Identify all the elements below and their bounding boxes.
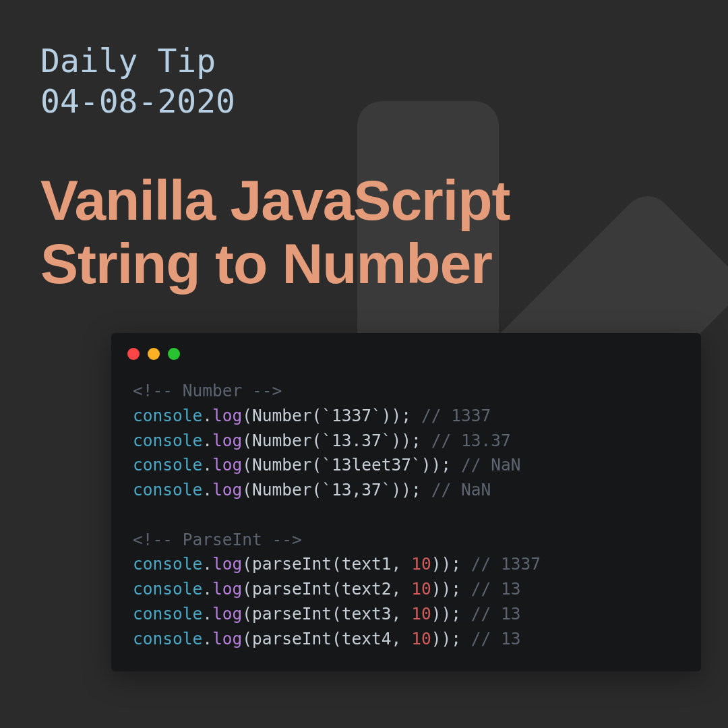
maximize-icon [168, 348, 180, 360]
content-wrapper: Daily Tip 04-08-2020 Vanilla JavaScript … [0, 0, 728, 712]
title-line-2: String to Number [40, 232, 688, 295]
title-line-1: Vanilla JavaScript [40, 169, 688, 232]
code-window: <!-- Number -->console.log(Number(`1337`… [111, 333, 701, 671]
code-block: <!-- Number -->console.log(Number(`1337`… [111, 367, 701, 671]
page-title: Vanilla JavaScript String to Number [40, 169, 688, 295]
close-icon [127, 348, 140, 360]
subtitle-line-1: Daily Tip [40, 40, 688, 81]
subtitle-line-2: 04-08-2020 [40, 81, 688, 121]
subtitle: Daily Tip 04-08-2020 [40, 40, 688, 121]
minimize-icon [148, 348, 160, 360]
window-titlebar [111, 333, 701, 367]
